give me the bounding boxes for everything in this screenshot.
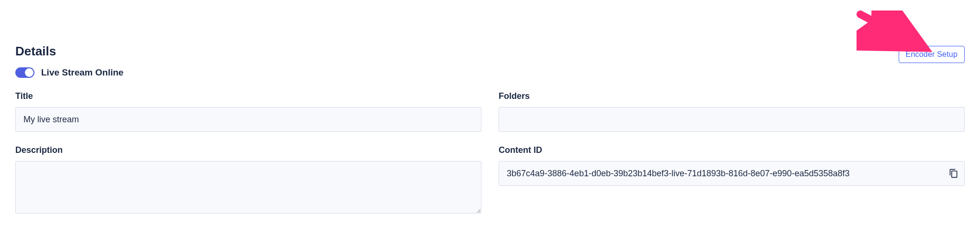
folders-field-group: Folders xyxy=(499,91,965,132)
title-field-group: Title xyxy=(15,91,481,132)
live-stream-toggle[interactable] xyxy=(15,67,34,78)
content-id-field-group: Content ID 3b67c4a9-3886-4eb1-d0eb-39b23… xyxy=(499,145,965,214)
toggle-knob xyxy=(25,68,33,77)
copy-content-id-button[interactable] xyxy=(948,168,959,179)
form-row-2: Description Content ID 3b67c4a9-3886-4eb… xyxy=(15,145,965,214)
folders-label: Folders xyxy=(499,91,965,101)
description-textarea[interactable] xyxy=(15,161,481,214)
content-id-label: Content ID xyxy=(499,145,965,155)
title-label: Title xyxy=(15,91,481,101)
live-stream-toggle-row: Live Stream Online xyxy=(15,67,965,78)
folders-input[interactable] xyxy=(499,107,965,132)
live-stream-toggle-label: Live Stream Online xyxy=(41,67,123,78)
title-input[interactable] xyxy=(15,107,481,132)
description-label: Description xyxy=(15,145,481,155)
content-id-wrap: 3b67c4a9-3886-4eb1-d0eb-39b23b14bef3-liv… xyxy=(499,161,965,186)
page-title: Details xyxy=(15,44,965,59)
form-row-1: Title Folders xyxy=(15,91,965,132)
content-id-value: 3b67c4a9-3886-4eb1-d0eb-39b23b14bef3-liv… xyxy=(499,161,965,186)
description-field-group: Description xyxy=(15,145,481,214)
encoder-setup-button[interactable]: Encoder Setup xyxy=(899,46,965,63)
copy-icon xyxy=(949,169,958,178)
